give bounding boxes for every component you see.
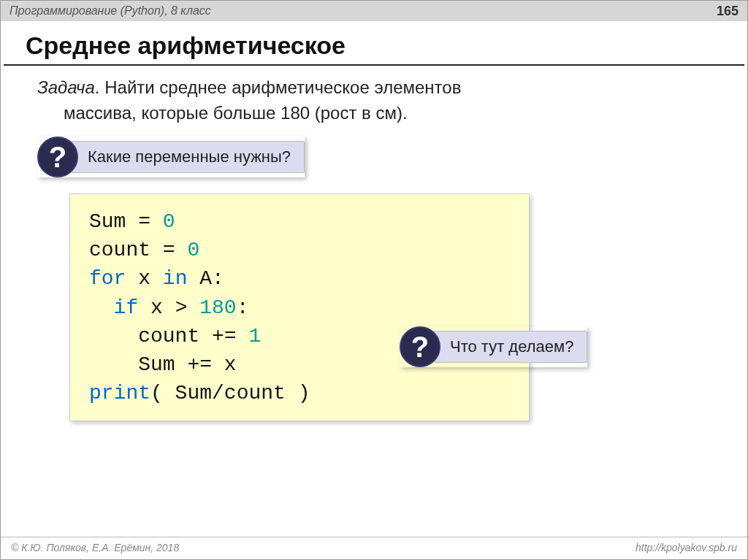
code-token: count =: [89, 239, 187, 261]
problem-label: Задача: [37, 77, 95, 97]
code-keyword: if: [114, 296, 139, 319]
callout-what-doing: ? Что тут делаем?: [400, 326, 587, 367]
code-token: x >: [138, 296, 199, 319]
code-token: A:: [187, 267, 224, 290]
code-keyword: in: [163, 267, 188, 290]
question-mark-icon: ?: [37, 137, 78, 177]
footer: © К.Ю. Поляков, Е.А. Ерёмин, 2018 http:/…: [1, 537, 747, 559]
callout-what-doing-label: Что тут делаем?: [433, 331, 587, 363]
header-bar: Программирование (Python), 8 класс 165: [1, 1, 747, 21]
problem-statement: Задача. Найти среднее арифметическое эле…: [1, 66, 747, 101]
code-number: 1: [248, 325, 261, 348]
page-number: 165: [717, 4, 739, 19]
code-token: Sum += x: [89, 353, 237, 376]
question-mark-icon: ?: [400, 326, 440, 367]
code-token: [89, 296, 114, 319]
code-number: 0: [187, 239, 199, 261]
slide: Программирование (Python), 8 класс 165 С…: [0, 0, 748, 560]
code-block: Sum = 0 count = 0 for x in A: if x > 180…: [69, 193, 530, 421]
code-number: 0: [163, 210, 175, 233]
code-token: x: [126, 267, 162, 290]
code-token: ( Sum/count ): [150, 382, 310, 404]
problem-text-line1: . Найти среднее арифметическое элементов: [95, 77, 462, 97]
code-token: Sum =: [89, 210, 163, 233]
problem-text-line2: массива, которые больше 180 (рост в см).: [1, 101, 747, 124]
callout-variables-label: Какие переменные нужны?: [71, 141, 305, 173]
code-token: :: [237, 296, 249, 319]
copyright: © К.Ю. Поляков, Е.А. Ерёмин, 2018: [11, 542, 179, 553]
callout-variables: ? Какие переменные нужны?: [37, 137, 305, 177]
page-title: Среднее арифметическое: [4, 21, 744, 66]
code-token: count +=: [89, 325, 248, 348]
course-label: Программирование (Python), 8 класс: [9, 4, 211, 18]
code-keyword: print: [89, 382, 150, 404]
footer-url: http://kpolyakov.spb.ru: [636, 542, 737, 553]
code-number: 180: [199, 296, 236, 319]
code-keyword: for: [89, 267, 126, 290]
